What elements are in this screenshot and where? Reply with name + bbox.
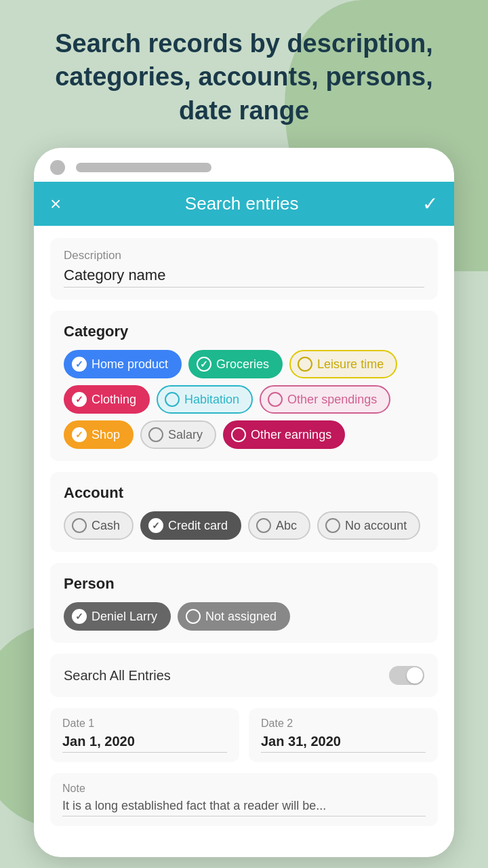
chip-leisure[interactable]: Leisure time [289,350,397,378]
chip-other-spendings-label: Other spendings [287,393,377,407]
chip-home-product-icon [72,357,87,372]
chip-abc-icon [256,518,271,533]
chip-clothing-icon [72,392,87,407]
chip-home-product-label: Home product [92,357,168,372]
form-body: Description Category name Category Home … [34,238,454,826]
description-value[interactable]: Category name [64,267,424,288]
search-all-toggle[interactable] [389,666,424,685]
chip-leisure-icon [298,357,312,372]
phone-camera [50,160,65,175]
chip-groceries-label: Groceries [216,357,269,372]
chip-other-earnings-label: Other earnings [251,428,331,442]
description-label: Description [64,249,424,262]
chip-salary[interactable]: Salary [140,420,216,449]
chip-credit-card[interactable]: Credit card [140,511,241,540]
chip-abc[interactable]: Abc [248,511,310,540]
search-all-row: Search All Entries [50,654,438,697]
chip-salary-icon [148,427,163,442]
chip-groceries-icon [197,357,211,372]
account-section-title: Account [64,484,424,502]
person-section-title: Person [64,575,424,593]
search-bar-title: Search entries [185,193,299,214]
chip-habitation-icon [165,392,180,407]
search-header: × Search entries ✓ [34,182,454,226]
chip-habitation[interactable]: Habitation [157,385,253,414]
date2-label: Date 2 [261,717,426,730]
description-section: Description Category name [50,238,438,300]
date1-block[interactable]: Date 1 Jan 1, 2020 [50,708,239,762]
account-chips-row: Cash Credit card Abc No account [64,511,424,540]
chip-clothing-label: Clothing [92,393,136,407]
chip-cash-label: Cash [92,519,120,533]
chip-other-spendings-icon [268,392,283,407]
chip-shop-label: Shop [92,428,120,442]
date1-label: Date 1 [62,717,227,730]
chip-no-account[interactable]: No account [317,511,420,540]
date2-value[interactable]: Jan 31, 2020 [261,734,426,753]
chip-deniel-larry-icon [72,609,87,624]
chip-cash[interactable]: Cash [64,511,134,540]
phone-mockup: × Search entries ✓ Description Category … [34,148,454,857]
chip-abc-label: Abc [276,519,297,533]
chip-not-assigned-icon [186,609,201,624]
date1-value[interactable]: Jan 1, 2020 [62,734,227,753]
account-section: Account Cash Credit card Abc No account [50,472,438,552]
chip-shop[interactable]: Shop [64,420,134,449]
chip-other-earnings-icon [231,427,246,442]
person-section: Person Deniel Larry Not assigned [50,563,438,643]
note-block[interactable]: Note It is a long established fact that … [50,773,438,826]
category-section-title: Category [64,323,424,340]
date2-block[interactable]: Date 2 Jan 31, 2020 [249,708,438,762]
close-icon[interactable]: × [50,193,61,215]
confirm-icon[interactable]: ✓ [422,193,438,215]
chip-cash-icon [72,518,87,533]
chip-no-account-label: No account [345,519,407,533]
chip-groceries[interactable]: Groceries [188,350,283,378]
chip-deniel-larry-label: Deniel Larry [92,610,157,624]
category-chips-row: Home product Groceries Leisure time Clot… [64,350,424,449]
note-label: Note [62,783,426,795]
chip-other-earnings[interactable]: Other earnings [223,420,345,449]
chip-leisure-label: Leisure time [317,357,384,372]
chip-credit-card-icon [148,518,163,533]
category-section: Category Home product Groceries Leisure … [50,311,438,461]
dates-row: Date 1 Jan 1, 2020 Date 2 Jan 31, 2020 [50,708,438,762]
chip-deniel-larry[interactable]: Deniel Larry [64,602,171,631]
person-chips-row: Deniel Larry Not assigned [64,602,424,631]
chip-habitation-label: Habitation [184,393,239,407]
note-value[interactable]: It is a long established fact that a rea… [62,799,426,816]
chip-not-assigned-label: Not assigned [205,610,277,624]
chip-credit-card-label: Credit card [168,519,228,533]
chip-shop-icon [72,427,87,442]
search-all-label: Search All Entries [64,668,171,684]
chip-no-account-icon [325,518,340,533]
chip-not-assigned[interactable]: Not assigned [178,602,290,631]
toggle-knob [407,667,423,684]
phone-pill [76,163,211,172]
chip-salary-label: Salary [168,428,203,442]
chip-other-spendings[interactable]: Other spendings [260,385,390,414]
phone-status-bar [34,148,454,182]
page-title: Search records by description, categorie… [0,0,488,148]
chip-clothing[interactable]: Clothing [64,385,150,414]
chip-home-product[interactable]: Home product [64,350,182,378]
